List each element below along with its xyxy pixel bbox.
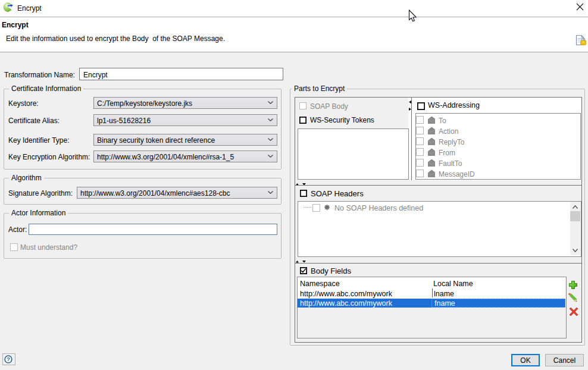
svg-text:?: ? [7,356,10,362]
